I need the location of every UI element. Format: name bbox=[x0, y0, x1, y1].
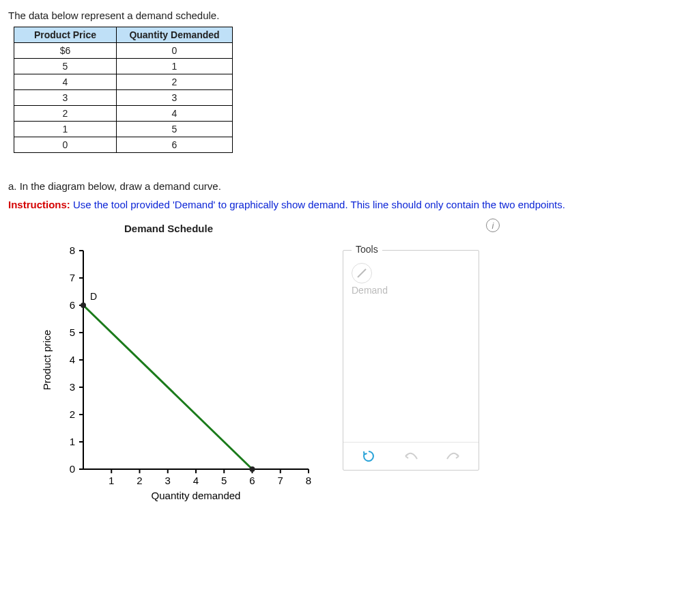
table-cell: 1 bbox=[14, 122, 117, 137]
table-cell: 5 bbox=[117, 122, 233, 137]
svg-text:5: 5 bbox=[70, 326, 75, 338]
undo-button[interactable] bbox=[401, 448, 420, 464]
svg-line-41 bbox=[358, 269, 366, 277]
undo-icon bbox=[403, 451, 418, 462]
chart-container: Demand Schedule 01234567812345678Quantit… bbox=[35, 223, 322, 503]
col-header-price: Product Price bbox=[14, 27, 117, 43]
table-cell: $6 bbox=[14, 43, 117, 59]
svg-text:7: 7 bbox=[70, 272, 75, 283]
table-cell: 4 bbox=[117, 106, 233, 122]
svg-text:2: 2 bbox=[137, 475, 142, 486]
table-row: 24 bbox=[14, 106, 233, 122]
table-cell: 0 bbox=[117, 43, 233, 59]
intro-text: The data below represent a demand schedu… bbox=[8, 10, 691, 21]
svg-text:Quantity demanded: Quantity demanded bbox=[152, 490, 241, 501]
svg-text:3: 3 bbox=[165, 475, 171, 486]
table-cell: 3 bbox=[14, 90, 117, 106]
table-row: 42 bbox=[14, 74, 233, 90]
table-cell: 4 bbox=[14, 74, 117, 90]
reset-button[interactable] bbox=[359, 448, 378, 464]
table-cell: 3 bbox=[117, 90, 233, 106]
table-cell: 5 bbox=[14, 59, 117, 74]
svg-text:6: 6 bbox=[249, 475, 255, 486]
svg-text:4: 4 bbox=[70, 354, 75, 365]
svg-text:0: 0 bbox=[70, 463, 75, 475]
svg-text:2: 2 bbox=[70, 408, 75, 420]
table-cell: 6 bbox=[117, 137, 233, 153]
info-icon[interactable]: i bbox=[486, 219, 500, 232]
redo-button[interactable] bbox=[444, 448, 463, 464]
table-cell: 0 bbox=[14, 137, 117, 153]
tools-panel: Tools Demand bbox=[343, 250, 479, 471]
svg-text:Product price: Product price bbox=[41, 330, 53, 390]
redo-icon bbox=[446, 451, 461, 462]
demand-table: Product Price Quantity Demanded $6051423… bbox=[14, 27, 233, 153]
svg-point-39 bbox=[250, 466, 255, 472]
svg-text:3: 3 bbox=[70, 381, 75, 393]
svg-text:7: 7 bbox=[278, 475, 283, 486]
reset-icon bbox=[362, 449, 375, 463]
tool-demand-label: Demand bbox=[352, 285, 388, 296]
instructions-text: Use the tool provided 'Demand' to graphi… bbox=[70, 199, 565, 210]
svg-text:8: 8 bbox=[306, 475, 311, 486]
line-tool-icon bbox=[352, 263, 372, 283]
svg-text:6: 6 bbox=[70, 299, 75, 311]
tools-legend: Tools bbox=[352, 244, 382, 255]
instructions-line: Instructions: Use the tool provided 'Dem… bbox=[8, 199, 691, 210]
table-cell: 2 bbox=[117, 74, 233, 90]
table-cell: 1 bbox=[117, 59, 233, 74]
svg-point-38 bbox=[81, 303, 86, 308]
table-row: 15 bbox=[14, 122, 233, 137]
tool-demand[interactable]: Demand bbox=[352, 263, 470, 296]
svg-text:8: 8 bbox=[70, 244, 75, 256]
demand-chart[interactable]: 01234567812345678Quantity demandedProduc… bbox=[35, 244, 322, 503]
instructions-keyword: Instructions: bbox=[8, 199, 70, 210]
chart-title: Demand Schedule bbox=[124, 223, 322, 234]
col-header-qty: Quantity Demanded bbox=[117, 27, 233, 43]
part-a-prompt: a. In the diagram below, draw a demand c… bbox=[8, 180, 691, 192]
svg-text:1: 1 bbox=[109, 475, 114, 486]
table-row: 06 bbox=[14, 137, 233, 153]
table-cell: 2 bbox=[14, 106, 117, 122]
svg-text:5: 5 bbox=[221, 475, 227, 486]
table-row: 33 bbox=[14, 90, 233, 106]
table-row: 51 bbox=[14, 59, 233, 74]
svg-text:D: D bbox=[90, 291, 97, 302]
svg-text:4: 4 bbox=[193, 475, 199, 486]
svg-text:1: 1 bbox=[70, 436, 75, 447]
table-row: $60 bbox=[14, 43, 233, 59]
